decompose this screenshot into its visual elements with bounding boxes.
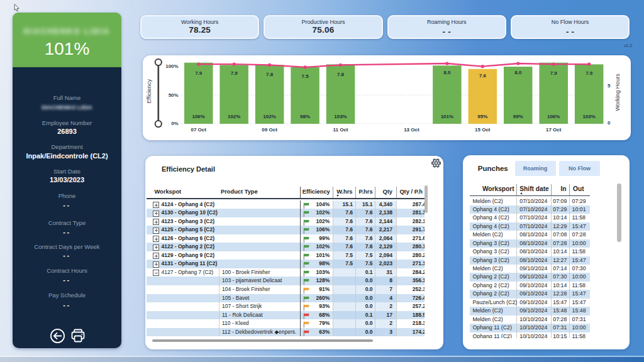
svg-text:106%: 106%	[192, 114, 204, 119]
svg-text:102%: 102%	[263, 114, 275, 119]
svg-text:95%: 95%	[477, 114, 487, 119]
svg-text:7.9: 7.9	[195, 70, 203, 76]
svg-text:5: 5	[608, 83, 611, 89]
svg-text:15 Oct: 15 Oct	[475, 127, 491, 133]
svg-text:103%: 103%	[334, 114, 347, 119]
svg-text:0%: 0%	[171, 121, 179, 126]
svg-text:102%: 102%	[228, 114, 240, 119]
svg-text:13 Oct: 13 Oct	[404, 127, 419, 133]
svg-text:7.5: 7.5	[302, 74, 309, 79]
svg-text:Efficiency: Efficiency	[146, 79, 152, 104]
svg-text:11 Oct: 11 Oct	[333, 127, 348, 133]
svg-text:8.0: 8.0	[514, 70, 522, 75]
svg-text:99%: 99%	[513, 114, 523, 119]
svg-text:7.8: 7.8	[337, 72, 345, 77]
svg-text:100%: 100%	[165, 63, 178, 69]
svg-text:7.9: 7.9	[586, 70, 593, 76]
svg-text:7.6: 7.6	[479, 73, 487, 79]
svg-text:103%: 103%	[582, 114, 595, 119]
svg-text:17 Oct: 17 Oct	[546, 127, 562, 133]
svg-text:98%: 98%	[300, 114, 310, 119]
svg-text:7.9: 7.9	[550, 70, 558, 76]
svg-text:8.0: 8.0	[443, 70, 451, 75]
svg-text:0: 0	[608, 120, 611, 126]
svg-text:106%: 106%	[547, 114, 560, 119]
svg-text:7.8: 7.8	[266, 72, 274, 77]
svg-text:Working Hours: Working Hours	[614, 74, 621, 111]
svg-text:7.9: 7.9	[231, 70, 238, 76]
svg-text:09 Oct: 09 Oct	[262, 127, 277, 133]
svg-text:07 Oct: 07 Oct	[191, 127, 206, 133]
svg-text:50%: 50%	[169, 92, 179, 98]
svg-text:101%: 101%	[441, 114, 453, 119]
